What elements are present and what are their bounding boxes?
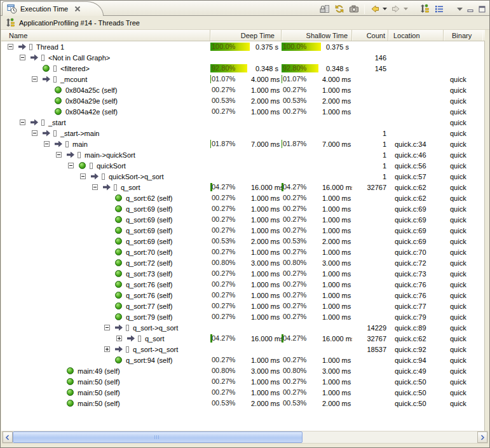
horizontal-scrollbar[interactable] xyxy=(2,431,488,444)
tree-row[interactable]: q_sort:76 (self)00.27%1.000 ms00.27%1.00… xyxy=(1,290,484,301)
view-menu-icon[interactable] xyxy=(456,3,463,15)
show-list-icon[interactable] xyxy=(433,3,445,15)
time-value: 4.000 ms xyxy=(251,76,282,83)
collapse-minus-icon[interactable] xyxy=(32,76,37,82)
function-box-icon xyxy=(114,184,117,191)
function-box-icon xyxy=(90,163,93,169)
call-arrow-icon xyxy=(43,76,50,83)
binary-value: quick xyxy=(444,389,482,397)
scrollbar-thumb[interactable] xyxy=(13,431,303,443)
tree-row[interactable]: q_sort->q_sort14229quick.c:89quick xyxy=(1,322,484,333)
tree-row[interactable]: q_sort:79 (self)00.27%1.000 ms00.27%1.00… xyxy=(1,311,484,322)
percent-value: 00.27% xyxy=(282,194,322,202)
tree-row[interactable]: main:50 (self)00.27%1.000 ms00.27%1.000 … xyxy=(1,376,484,387)
tree-row[interactable]: q_sort:69 (self)00.53%2.000 ms00.53%2.00… xyxy=(1,236,484,247)
tree-row[interactable]: 0x804a25c (self)00.27%1.000 ms00.27%1.00… xyxy=(1,85,484,95)
tree-row[interactable]: quickSort1quick.c:56quick xyxy=(1,160,484,171)
minimize-icon[interactable] xyxy=(466,3,475,15)
collapse-minus-icon[interactable] xyxy=(68,163,74,168)
time-value: 1.000 ms xyxy=(322,194,352,202)
collapse-minus-icon[interactable] xyxy=(92,184,98,190)
tab-execution-time[interactable]: Execution Time xyxy=(2,1,104,16)
binary-value: quick xyxy=(444,378,482,386)
function-ball-icon xyxy=(43,65,50,72)
name-cell: main xyxy=(1,139,210,149)
refresh-icon[interactable] xyxy=(334,3,345,15)
maximize-icon[interactable] xyxy=(478,3,486,15)
forward-icon[interactable] xyxy=(390,3,402,15)
tree-row[interactable]: Thread 1100.0%0.375 s100.0%0.375 s xyxy=(1,41,484,52)
tree-row[interactable]: q_sort04.27%16.000 ms04.27%16.000 ms3276… xyxy=(1,182,484,193)
scroll-right-icon[interactable] xyxy=(477,431,487,443)
name-cell: q_sort:79 (self) xyxy=(1,311,210,322)
column-header-location[interactable]: Location xyxy=(388,30,444,41)
collapse-minus-icon[interactable] xyxy=(104,325,110,330)
column-header-count[interactable]: Count xyxy=(352,30,388,41)
percent-value: 00.27% xyxy=(210,313,251,321)
collapse-minus-icon[interactable] xyxy=(8,44,13,50)
deep-time-cell: 00.27%1.000 ms xyxy=(210,193,282,203)
collapse-minus-icon[interactable] xyxy=(32,130,37,136)
collapse-minus-icon[interactable] xyxy=(20,55,25,60)
tree-row[interactable]: q_sort:70 (self)00.27%1.000 ms00.27%1.00… xyxy=(1,247,484,257)
tree-row[interactable]: <filtered>92.80%0.348 s92.80%0.348 s145 xyxy=(1,63,484,74)
row-label: Thread 1 xyxy=(36,43,64,51)
tree-row[interactable]: _startquick xyxy=(1,117,484,128)
sort-tree-icon[interactable] xyxy=(419,3,430,15)
tree-row[interactable]: q_sort->q_sort18537quick.c:92quick xyxy=(1,344,484,355)
collapse-minus-icon[interactable] xyxy=(80,173,86,179)
tree-row[interactable]: main:50 (self)00.27%1.000 ms00.27%1.000 … xyxy=(1,387,484,398)
tree-row[interactable]: q_sort:69 (self)00.27%1.000 ms00.27%1.00… xyxy=(1,214,484,225)
back-icon[interactable] xyxy=(369,3,381,15)
expand-plus-icon[interactable] xyxy=(116,336,122,341)
name-cell: main->quickSort xyxy=(1,149,210,160)
forward-menu-icon[interactable] xyxy=(403,3,408,15)
tree-row[interactable]: q_sort:62 (self)00.27%1.000 ms00.27%1.00… xyxy=(1,193,484,203)
collapse-minus-icon[interactable] xyxy=(20,119,25,125)
tree-row[interactable]: _mcount01.07%4.000 ms01.07%4.000 msquick xyxy=(1,74,484,85)
tree-row[interactable]: q_sort04.27%16.000 ms04.27%16.000 ms3276… xyxy=(1,333,484,344)
back-menu-icon[interactable] xyxy=(382,3,387,15)
binary-value: quick xyxy=(444,173,482,180)
time-value: 0.348 s xyxy=(322,65,352,72)
tree-row[interactable]: 0x804a42e (self)00.27%1.000 ms00.27%1.00… xyxy=(1,106,484,117)
tree-row[interactable]: q_sort:77 (self)00.27%1.000 ms00.27%1.00… xyxy=(1,301,484,311)
tree-row[interactable]: q_sort:72 (self)00.80%3.000 ms00.80%3.00… xyxy=(1,257,484,268)
column-header-binary[interactable]: Binary xyxy=(444,30,482,41)
scroll-left-icon[interactable] xyxy=(3,431,13,443)
call-arrow-icon xyxy=(55,141,62,147)
location-value: quick.c:89 xyxy=(388,324,444,332)
tree-row[interactable]: q_sort:69 (self)00.27%1.000 ms00.27%1.00… xyxy=(1,225,484,236)
snapshot-icon[interactable] xyxy=(348,3,360,15)
time-value: 1.000 ms xyxy=(251,356,282,364)
close-icon[interactable] xyxy=(74,5,81,13)
tree-row[interactable]: 0x804a29e (self)00.53%2.000 ms00.53%2.00… xyxy=(1,95,484,106)
tree-row[interactable]: _start->main1quick xyxy=(1,128,484,139)
percent-value: 00.27% xyxy=(282,269,322,278)
tree-row[interactable]: q_sort:69 (self)00.27%1.000 ms00.27%1.00… xyxy=(1,203,484,214)
deep-time-cell: 00.27%1.000 ms xyxy=(210,290,282,301)
collapse-minus-icon[interactable] xyxy=(44,141,50,147)
tree-row[interactable]: <Not in Call Graph>146 xyxy=(1,52,484,63)
name-cell: q_sort:69 (self) xyxy=(1,236,210,247)
column-header-shallow-time[interactable]: Shallow Time xyxy=(282,30,352,41)
deep-time-cell: 04.27%16.000 ms xyxy=(210,182,282,193)
column-header-deep-time[interactable]: Deep Time xyxy=(210,30,282,41)
column-header-name[interactable]: Name xyxy=(1,30,210,41)
time-value: 3.000 ms xyxy=(251,259,282,267)
tree-row[interactable]: q_sort:76 (self)00.27%1.000 ms00.27%1.00… xyxy=(1,279,484,290)
expand-plus-icon[interactable] xyxy=(104,346,110,352)
lock-session-icon[interactable] xyxy=(319,3,330,15)
tree-row[interactable]: main:49 (self)00.80%3.000 ms00.80%3.000 … xyxy=(1,365,484,376)
tree-row[interactable]: quickSort->q_sort1quick.c:57quick xyxy=(1,171,484,182)
location-value: quick.c:77 xyxy=(388,302,444,310)
collapse-minus-icon[interactable] xyxy=(56,152,62,158)
tree-row[interactable]: main01.87%7.000 ms01.87%7.000 ms1quick.c… xyxy=(1,139,484,149)
tree-row[interactable]: main->quickSort1quick.c:46quick xyxy=(1,149,484,160)
tree-row[interactable]: main:50 (self)00.53%2.000 ms00.53%2.000 … xyxy=(1,398,484,409)
percent-value: 00.27% xyxy=(282,280,322,288)
percent-value: 00.27% xyxy=(210,356,251,364)
tree-row[interactable]: q_sort:73 (self)00.27%1.000 ms00.27%1.00… xyxy=(1,268,484,279)
tree-row[interactable]: q_sort:94 (self)00.27%1.000 ms00.27%1.00… xyxy=(1,355,484,365)
location-value: quick.c:50 xyxy=(388,389,444,397)
